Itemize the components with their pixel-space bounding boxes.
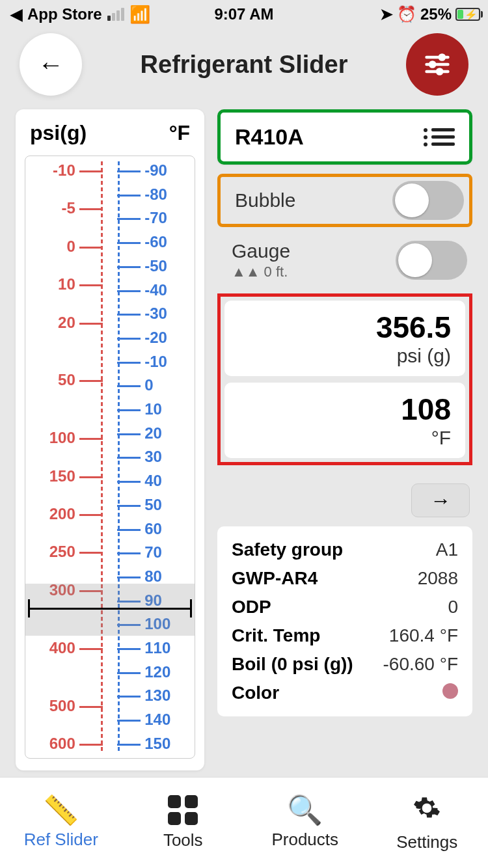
tab-icon: 🔍 — [287, 796, 323, 824]
info-row: Safety groupA1 — [232, 536, 458, 564]
page-title: Refrigerant Slider — [141, 51, 348, 79]
color-swatch — [442, 683, 458, 699]
tab-label: Ref Slider — [24, 830, 98, 850]
back-to-app-icon[interactable]: ◀ — [10, 5, 22, 23]
temp-tick: 60 — [144, 520, 195, 538]
slider-indicator-line[interactable] — [28, 608, 192, 610]
tab-products[interactable]: 🔍Products — [244, 778, 366, 868]
info-value: A1 — [436, 539, 458, 560]
temp-tick: -40 — [144, 281, 195, 299]
temp-tick: 50 — [144, 496, 195, 514]
psi-tick: 50 — [25, 371, 75, 389]
tab-icon — [413, 794, 441, 827]
svg-point-3 — [440, 55, 444, 59]
bubble-toggle-row: Bubble — [217, 174, 472, 227]
info-row: ODP0 — [232, 593, 458, 621]
tab-label: Tools — [163, 830, 203, 850]
tab-label: Settings — [396, 832, 457, 852]
back-button[interactable]: ← — [20, 33, 82, 96]
gauge-altitude: 0 ft. — [264, 264, 288, 280]
temp-tick: 30 — [144, 448, 195, 466]
psi-tick: 0 — [25, 237, 75, 256]
info-key: Boil (0 psi (g)) — [232, 654, 353, 675]
temp-tick: 20 — [144, 424, 195, 442]
svg-point-5 — [437, 69, 442, 74]
temp-tick: 150 — [144, 735, 195, 753]
bubble-toggle[interactable] — [392, 181, 464, 220]
location-icon: ➤ — [380, 5, 393, 23]
info-key: ODP — [232, 597, 271, 617]
temp-tick: 80 — [144, 567, 195, 586]
psi-tick: 150 — [25, 467, 75, 485]
svg-point-4 — [430, 62, 435, 66]
tab-icon: 📏 — [43, 796, 79, 824]
temp-tick: 130 — [144, 686, 195, 705]
info-row: Boil (0 psi (g))-60.60 °F — [232, 650, 458, 679]
app-header: ← Refrigerant Slider — [0, 29, 488, 100]
pressure-unit: psi (g) — [239, 345, 451, 367]
temp-tick: -30 — [144, 305, 195, 323]
temp-tick: 110 — [144, 639, 195, 657]
psi-tick: 20 — [25, 314, 75, 332]
temp-value: 108 — [239, 392, 451, 427]
bubble-label: Bubble — [235, 189, 295, 211]
info-value: 2088 — [418, 568, 458, 589]
gauge-label: Gauge — [232, 240, 290, 262]
battery-pct: 25% — [420, 5, 452, 23]
sliders-icon — [423, 50, 452, 79]
psi-tick: 200 — [25, 505, 75, 523]
tab-tools[interactable]: Tools — [122, 778, 245, 868]
temp-readout: 108 °F — [224, 383, 465, 458]
filter-button[interactable] — [406, 33, 468, 96]
readout-block: 356.5 psi (g) 108 °F — [217, 293, 472, 465]
psi-tick: 10 — [25, 275, 75, 293]
psi-tick: 500 — [25, 697, 75, 715]
info-value: 160.4 °F — [389, 625, 458, 646]
tab-bar: 📏Ref SliderTools🔍ProductsSettings — [0, 777, 488, 868]
info-key: Color — [232, 683, 279, 703]
info-key: Crit. Temp — [232, 625, 320, 646]
temp-tick: -70 — [144, 209, 195, 227]
temp-tick: -50 — [144, 257, 195, 275]
temp-tick: 120 — [144, 663, 195, 681]
info-value: -60.60 °F — [383, 654, 458, 675]
info-row: Crit. Temp160.4 °F — [232, 621, 458, 650]
temp-tick: -60 — [144, 233, 195, 251]
refrigerant-info-card: Safety groupA1GWP-AR42088ODP0Crit. Temp1… — [217, 526, 472, 716]
wifi-icon: 📶 — [129, 5, 150, 25]
psi-tick: -5 — [25, 199, 75, 217]
temp-unit: °F — [239, 427, 451, 449]
pt-scale[interactable]: -10-50102050100150200250300400500600 -90… — [25, 156, 195, 759]
temp-tick: -80 — [144, 185, 195, 204]
expand-info-button[interactable]: → — [411, 483, 470, 517]
psi-tick: 100 — [25, 429, 75, 447]
temp-tick: 10 — [144, 400, 195, 418]
temp-tick: 140 — [144, 711, 195, 729]
tab-icon — [168, 795, 198, 825]
clock: 9:07 AM — [214, 5, 273, 23]
info-row: Color — [232, 679, 458, 707]
status-bar: ◀ App Store 📶 9:07 AM ➤ ⏰ 25% ⚡ — [0, 0, 488, 29]
temp-tick: 40 — [144, 472, 195, 490]
info-key: GWP-AR4 — [232, 568, 318, 589]
psi-tick: 250 — [25, 543, 75, 561]
temp-scale: -90-80-70-60-50-40-30-20-100102030405060… — [113, 161, 195, 753]
gauge-toggle-row: Gauge ▲▲0 ft. — [217, 236, 472, 284]
temp-tick: 70 — [144, 543, 195, 562]
gauge-toggle[interactable] — [396, 241, 467, 280]
altitude-icon: ▲▲ — [232, 264, 260, 280]
pressure-unit-label: psi(g) — [30, 121, 87, 145]
tab-settings[interactable]: Settings — [366, 778, 489, 868]
pressure-value: 356.5 — [239, 310, 451, 345]
psi-scale: -10-50102050100150200250300400500600 — [25, 161, 107, 753]
temp-tick: 0 — [144, 376, 195, 394]
slider-indicator-band[interactable] — [25, 584, 195, 636]
list-icon — [431, 128, 455, 146]
back-to-app-label[interactable]: App Store — [27, 5, 102, 23]
tab-label: Products — [271, 830, 338, 850]
psi-tick: 600 — [25, 735, 75, 753]
alarm-icon: ⏰ — [397, 5, 416, 23]
tab-ref-slider[interactable]: 📏Ref Slider — [0, 778, 122, 868]
refrigerant-selector[interactable]: R410A — [217, 109, 472, 165]
psi-tick: 400 — [25, 639, 75, 657]
